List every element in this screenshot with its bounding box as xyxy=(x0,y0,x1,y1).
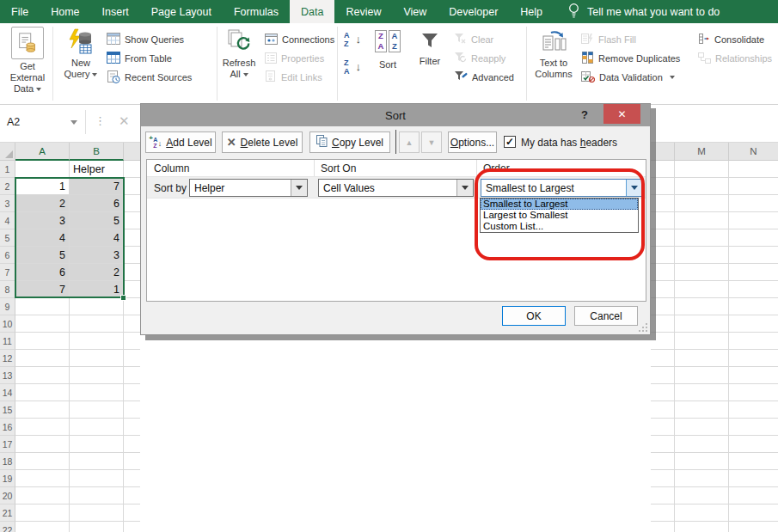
grid-cell[interactable] xyxy=(651,522,675,532)
grid-cell[interactable] xyxy=(124,419,140,436)
grid-cell[interactable] xyxy=(124,436,140,453)
grid-cell[interactable] xyxy=(651,333,675,350)
grid-cell[interactable] xyxy=(70,522,124,532)
grid-cell[interactable]: 3 xyxy=(15,212,70,229)
column-header-partial[interactable] xyxy=(651,143,675,161)
row-header[interactable]: 12 xyxy=(0,350,15,367)
grid-cell[interactable] xyxy=(651,281,675,298)
grid-cell[interactable] xyxy=(675,178,729,195)
grid-cell[interactable] xyxy=(651,453,675,470)
grid-cell[interactable] xyxy=(124,401,140,419)
row-header[interactable]: 19 xyxy=(0,470,15,487)
new-query-button[interactable]: New Query xyxy=(60,27,101,80)
order-option-largest-to-smallest[interactable]: Largest to Smallest xyxy=(481,210,638,221)
refresh-all-button[interactable]: Refresh All xyxy=(220,27,258,80)
grid-cell[interactable]: 2 xyxy=(70,264,124,281)
grid-cell[interactable] xyxy=(729,419,778,436)
row-header[interactable]: 6 xyxy=(0,247,15,264)
consolidate-button[interactable]: Consolidate xyxy=(698,31,764,48)
row-header[interactable]: 10 xyxy=(0,315,15,333)
order-option-smallest-to-largest[interactable]: Smallest to Largest xyxy=(481,199,638,210)
grid-cell[interactable] xyxy=(729,247,778,264)
grid-cell[interactable] xyxy=(124,522,140,532)
order-combobox[interactable]: Smallest to Largest xyxy=(481,179,643,197)
grid-cell[interactable] xyxy=(675,247,729,264)
grid-cell[interactable] xyxy=(729,487,778,504)
grid-cell[interactable] xyxy=(70,419,124,436)
grid-cell[interactable] xyxy=(651,350,675,367)
grid-cell[interactable] xyxy=(124,504,140,522)
grid-cell[interactable] xyxy=(15,504,70,522)
tab-view[interactable]: View xyxy=(392,0,438,23)
grid-cell[interactable] xyxy=(729,453,778,470)
grid-cell[interactable] xyxy=(124,247,140,264)
grid-cell[interactable]: 6 xyxy=(15,264,70,281)
grid-cell[interactable] xyxy=(124,470,140,487)
grid-cell[interactable] xyxy=(70,384,124,401)
grid-cell[interactable]: 5 xyxy=(70,212,124,229)
show-queries-button[interactable]: Show Queries xyxy=(107,31,184,48)
grid-cell[interactable] xyxy=(70,367,124,384)
grid-cell[interactable]: 6 xyxy=(70,195,124,212)
grid-cell[interactable] xyxy=(729,401,778,419)
my-data-has-headers-label[interactable]: My data has headers xyxy=(521,137,617,149)
grid-cell[interactable] xyxy=(675,333,729,350)
grid-cell[interactable]: 5 xyxy=(15,247,70,264)
tab-help[interactable]: Help xyxy=(509,0,554,23)
grid-cell[interactable] xyxy=(651,212,675,229)
copy-level-button[interactable]: Copy Level xyxy=(309,131,390,153)
grid-cell[interactable]: 2 xyxy=(15,195,70,212)
grid-cell[interactable] xyxy=(124,298,140,315)
grid-cell[interactable] xyxy=(15,315,70,333)
tab-page-layout[interactable]: Page Layout xyxy=(140,0,223,23)
filter-button[interactable]: Filter xyxy=(412,27,448,67)
row-header[interactable]: 8 xyxy=(0,281,15,298)
row-header[interactable]: 15 xyxy=(0,401,15,419)
row-header[interactable]: 21 xyxy=(0,504,15,522)
grid-cell[interactable] xyxy=(70,487,124,504)
grid-cell[interactable] xyxy=(729,315,778,333)
grid-cell[interactable] xyxy=(124,453,140,470)
grid-cell[interactable] xyxy=(651,315,675,333)
column-header-b[interactable]: B xyxy=(70,143,124,161)
sort-ascending-button[interactable]: AZ↓ xyxy=(344,32,361,49)
column-header-partial[interactable] xyxy=(124,143,140,161)
sort-by-column-combobox[interactable]: Helper xyxy=(189,179,308,197)
grid-cell[interactable] xyxy=(675,504,729,522)
grid-cell[interactable] xyxy=(675,419,729,436)
grid-cell[interactable] xyxy=(651,487,675,504)
options-button[interactable]: Options... xyxy=(448,131,497,153)
grid-cell[interactable] xyxy=(15,401,70,419)
combobox-dropdown-button[interactable] xyxy=(456,180,473,196)
from-table-button[interactable]: From Table xyxy=(107,50,172,67)
grid-cell[interactable] xyxy=(675,436,729,453)
grid-cell[interactable] xyxy=(651,178,675,195)
grid-cell[interactable] xyxy=(70,453,124,470)
grid-cell[interactable] xyxy=(675,195,729,212)
grid-cell[interactable] xyxy=(651,161,675,178)
row-header[interactable]: 5 xyxy=(0,229,15,247)
grid-cell[interactable] xyxy=(124,195,140,212)
grid-cell[interactable] xyxy=(729,229,778,247)
recent-sources-button[interactable]: Recent Sources xyxy=(107,69,192,86)
grid-cell[interactable] xyxy=(729,367,778,384)
grid-cell[interactable] xyxy=(15,419,70,436)
grid-cell[interactable] xyxy=(124,367,140,384)
combobox-dropdown-button[interactable] xyxy=(291,180,307,196)
select-all-corner[interactable] xyxy=(0,143,15,161)
my-data-has-headers-checkbox[interactable]: ✓ xyxy=(504,136,516,148)
grid-cell[interactable] xyxy=(651,419,675,436)
grid-cell[interactable] xyxy=(729,436,778,453)
tab-home[interactable]: Home xyxy=(40,0,90,23)
row-header[interactable]: 11 xyxy=(0,333,15,350)
grid-cell[interactable] xyxy=(651,247,675,264)
tab-formulas[interactable]: Formulas xyxy=(223,0,290,23)
tab-file[interactable]: File xyxy=(0,0,40,23)
ok-button[interactable]: OK xyxy=(502,306,566,326)
dialog-resize-grip[interactable] xyxy=(638,322,648,333)
grid-cell[interactable] xyxy=(675,401,729,419)
row-header[interactable]: 13 xyxy=(0,367,15,384)
column-header-m[interactable]: M xyxy=(675,143,729,161)
grid-cell[interactable] xyxy=(651,367,675,384)
row-header[interactable]: 3 xyxy=(0,195,15,212)
